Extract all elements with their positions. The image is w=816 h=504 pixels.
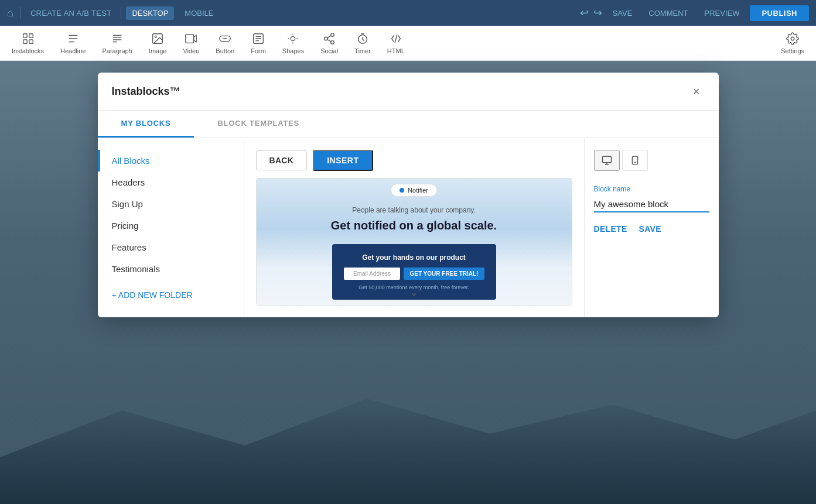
sidebar-item-testimonials[interactable]: Testimonials xyxy=(98,258,244,280)
divider-2 xyxy=(121,7,121,19)
svg-point-14 xyxy=(791,37,794,40)
block-name-label: Block name xyxy=(594,185,709,193)
divider-1 xyxy=(21,7,21,19)
sidebar-item-pricing[interactable]: Pricing xyxy=(98,215,244,236)
panel-actions: DELETE SAVE xyxy=(594,224,709,234)
email-row: Email Address GET YOUR FREE TRIAL! xyxy=(344,268,484,280)
notifier-label: Notifier xyxy=(408,187,428,194)
right-panel: Block name DELETE SAVE xyxy=(584,138,719,317)
modal-close-button[interactable]: × xyxy=(688,83,705,100)
notifier-dot-icon xyxy=(400,188,404,193)
cta-button-preview: GET YOUR FREE TRIAL! xyxy=(404,268,484,280)
instablocks-modal: Instablocks™ × MY BLOCKS BLOCK TEMPLATES… xyxy=(98,73,719,317)
tool-instablocks[interactable]: Instablocks xyxy=(12,32,44,54)
modal-tabs: MY BLOCKS BLOCK TEMPLATES xyxy=(98,111,719,138)
tab-my-blocks[interactable]: MY BLOCKS xyxy=(98,111,194,138)
undo-icon[interactable]: ↩ xyxy=(580,6,589,19)
back-button[interactable]: BACK xyxy=(256,150,308,170)
svg-point-17 xyxy=(634,162,635,163)
preview-subtitle: People are talking about your company. xyxy=(352,206,476,214)
svg-point-5 xyxy=(155,36,157,37)
home-icon[interactable]: ⌂ xyxy=(7,7,13,19)
sidebar-item-headers[interactable]: Headers xyxy=(98,172,244,193)
save-block-button[interactable]: SAVE xyxy=(639,224,661,234)
preview-heading: Get notified on a global scale. xyxy=(331,219,497,232)
modal-body: All Blocks Headers Sign Up Pricing Featu… xyxy=(98,138,719,317)
save-button[interactable]: SAVE xyxy=(607,6,639,20)
email-input-preview: Email Address xyxy=(344,268,401,280)
sidebar-item-features[interactable]: Features xyxy=(98,236,244,258)
tool-form[interactable]: Form xyxy=(251,32,266,54)
svg-rect-3 xyxy=(29,39,32,43)
preview-image-wrapper: Notifier People are talking about your c… xyxy=(256,178,572,306)
tool-button[interactable]: Button xyxy=(216,32,234,54)
publish-button[interactable]: PUBLISH xyxy=(750,5,809,21)
modal-title: Instablocks™ xyxy=(112,85,180,98)
notifier-badge: Notifier xyxy=(391,184,437,197)
preview-button[interactable]: PREVIEW xyxy=(698,6,745,20)
insert-button[interactable]: INSERT xyxy=(313,150,373,171)
svg-point-9 xyxy=(291,36,295,40)
svg-point-11 xyxy=(325,37,328,40)
mobile-device-button[interactable] xyxy=(622,150,648,171)
block-name-input[interactable] xyxy=(594,197,709,212)
tool-image[interactable]: Image xyxy=(149,32,167,54)
svg-point-12 xyxy=(331,40,334,44)
modal-header: Instablocks™ × xyxy=(98,73,719,111)
top-toolbar: ⌂ CREATE AN A/B TEST DESKTOP MOBILE ↩ ↪ … xyxy=(0,0,816,26)
desktop-view-button[interactable]: DESKTOP xyxy=(126,6,174,20)
svg-rect-0 xyxy=(23,33,26,37)
tab-block-templates[interactable]: BLOCK TEMPLATES xyxy=(194,111,323,138)
tool-video[interactable]: Video xyxy=(183,32,199,54)
sidebar-item-all-blocks[interactable]: All Blocks xyxy=(98,150,244,172)
sidebar-item-sign-up[interactable]: Sign Up xyxy=(98,193,244,215)
modal-overlay: Instablocks™ × MY BLOCKS BLOCK TEMPLATES… xyxy=(0,61,816,504)
add-new-folder-button[interactable]: + ADD NEW FOLDER xyxy=(98,284,244,306)
cta-title: Get your hands on our product xyxy=(344,253,484,262)
svg-point-10 xyxy=(331,33,334,36)
redo-icon[interactable]: ↪ xyxy=(593,6,602,19)
tool-settings[interactable]: Settings xyxy=(781,32,804,54)
tool-html[interactable]: HTML xyxy=(387,32,405,54)
preview-chevron-icon: ⌄ xyxy=(410,287,418,298)
mobile-view-button[interactable]: MOBILE xyxy=(179,6,219,20)
svg-rect-6 xyxy=(186,34,194,43)
tool-headline[interactable]: Headline xyxy=(60,32,86,54)
modal-main: BACK INSERT Notifier People are talking … xyxy=(244,138,719,317)
preview-area: BACK INSERT Notifier People are talking … xyxy=(244,138,584,317)
preview-image: Notifier People are talking about your c… xyxy=(257,179,572,305)
comment-button[interactable]: COMMENT xyxy=(643,6,694,20)
device-toggle xyxy=(594,150,709,171)
modal-sidebar: All Blocks Headers Sign Up Pricing Featu… xyxy=(98,138,244,317)
desktop-device-button[interactable] xyxy=(594,150,620,171)
svg-rect-15 xyxy=(602,156,611,163)
preview-actions: BACK INSERT xyxy=(256,150,572,171)
tool-shapes[interactable]: Shapes xyxy=(282,32,304,54)
ab-test-button[interactable]: CREATE AN A/B TEST xyxy=(26,6,117,20)
delete-block-button[interactable]: DELETE xyxy=(594,224,627,234)
tool-timer[interactable]: Timer xyxy=(354,32,371,54)
tool-paragraph[interactable]: Paragraph xyxy=(102,32,132,54)
second-toolbar: Instablocks Headline Paragraph Image Vid… xyxy=(0,26,816,61)
svg-rect-2 xyxy=(23,39,26,43)
tool-social[interactable]: Social xyxy=(320,32,338,54)
svg-rect-1 xyxy=(29,33,32,37)
